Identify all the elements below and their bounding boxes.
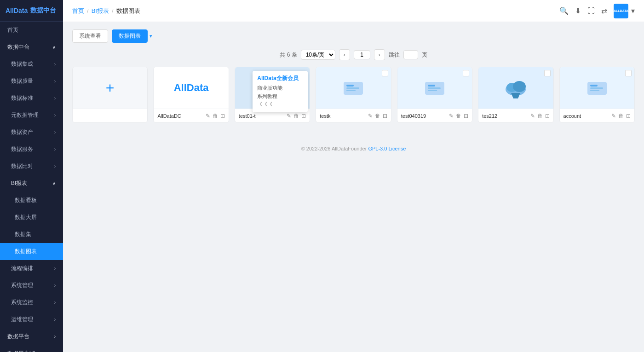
sidebar-item-ops-manage[interactable]: 运维管理 › [0, 311, 63, 328]
account-shape-icon [586, 78, 609, 98]
card-test01-thumb: AllData全新会员 商业版功能 系列教程 《《《 ↗ [235, 67, 310, 109]
filter-dropdown-icon[interactable]: ▾ [150, 33, 152, 39]
svg-rect-10 [428, 90, 437, 91]
logo-text: AllData [6, 7, 28, 14]
popup-line2: 系列教程 [257, 92, 303, 101]
sidebar-item-metadata[interactable]: 元数据管理 › [0, 107, 63, 124]
card-checkbox[interactable] [382, 70, 388, 76]
sidebar-item-sys-monitor[interactable]: 系统监控 › [0, 294, 63, 311]
alldata-logo-text: AllData [174, 82, 209, 94]
share-icon[interactable]: ⊡ [626, 113, 631, 119]
edit-icon[interactable]: ✎ [206, 113, 210, 119]
edit-icon[interactable]: ✎ [368, 113, 373, 119]
chevron-icon: › [54, 62, 56, 67]
chevron-icon: ∧ [52, 45, 56, 50]
sidebar: AllData数据中台 首页 数据中台 ∧ 数据集成 › 数据质量 › 数据标准… [0, 0, 63, 352]
sidebar-item-data-integration[interactable]: 数据集成 › [0, 56, 63, 73]
filter-active-wrap[interactable]: 数据图表 ▾ [112, 29, 152, 43]
share-icon[interactable]: ⊡ [383, 113, 387, 119]
card-alldata-dc[interactable]: AllData AllDataDC ✎ 🗑 ⊡ [153, 67, 229, 123]
sidebar-item-home[interactable]: 首页 [0, 22, 63, 39]
next-page-btn[interactable]: › [374, 49, 385, 60]
chevron-icon: › [54, 317, 56, 322]
sidebar-item-data-compare[interactable]: 数据比对 › [0, 158, 63, 175]
card-checkbox[interactable] [625, 70, 632, 76]
card-checkbox[interactable] [463, 70, 469, 76]
edit-icon[interactable]: ✎ [287, 113, 291, 119]
svg-rect-9 [428, 87, 441, 89]
copyright-text: © 2022-2026 AllDataFounder [301, 146, 367, 151]
card-add[interactable]: + [72, 67, 148, 123]
sidebar-item-data-platform-k8s[interactable]: 数据平台k8s › [0, 345, 63, 352]
card-tes212[interactable]: tes212 ✎ 🗑 ⊡ [478, 67, 553, 123]
card-alldata-footer: AllDataDC ✎ 🗑 ⊡ [154, 109, 228, 122]
card-test01-name: test01-t [239, 113, 287, 119]
delete-icon[interactable]: 🗑 [456, 113, 461, 119]
card-account-actions: ✎ 🗑 ⊡ [611, 113, 631, 119]
delete-icon[interactable]: 🗑 [213, 113, 218, 119]
sidebar-item-data-center[interactable]: 数据中台 ∧ [0, 39, 63, 56]
sidebar-item-data-platform[interactable]: 数据平台 › [0, 328, 63, 345]
breadcrumb-sep1: / [87, 7, 89, 14]
share-icon[interactable]: ⊡ [464, 113, 468, 119]
delete-icon[interactable]: 🗑 [537, 113, 543, 119]
edit-icon[interactable]: ✎ [449, 113, 454, 119]
edit-icon[interactable]: ✎ [611, 113, 616, 119]
chevron-icon: › [54, 130, 56, 135]
chevron-icon: › [54, 300, 56, 305]
sidebar-item-data-chart[interactable]: 数据图表 [0, 243, 63, 260]
goto-page-input[interactable] [403, 50, 418, 59]
sidebar-item-workflow[interactable]: 流程编排 › [0, 260, 63, 277]
license-link[interactable]: GPL-3.0 License [368, 146, 406, 151]
share-icon[interactable]: ⊡ [545, 113, 550, 119]
download-icon[interactable]: ⬇ [575, 6, 581, 15]
add-icon: + [106, 81, 115, 95]
sidebar-item-bi-report[interactable]: BI报表 ∧ [0, 175, 63, 192]
breadcrumb-bi[interactable]: BI报表 [92, 7, 109, 15]
card-account[interactable]: account ✎ 🗑 ⊡ [559, 67, 635, 123]
sidebar-item-data-standard[interactable]: 数据标准 › [0, 90, 63, 107]
content-area: 系统查看 数据图表 ▾ 共 6 条 10条/页 20条/页 50条/页 ‹ › … [63, 22, 644, 352]
sidebar-item-sys-manage[interactable]: 系统管理 › [0, 277, 63, 294]
delete-icon[interactable]: 🗑 [618, 113, 624, 119]
card-test040319[interactable]: test040319 ✎ 🗑 ⊡ [397, 67, 472, 123]
share-icon[interactable]: ⊡ [301, 113, 306, 119]
search-icon[interactable]: 🔍 [559, 6, 569, 15]
edit-icon[interactable]: ✎ [530, 113, 535, 119]
sidebar-item-data-asset[interactable]: 数据资产 › [0, 124, 63, 141]
goto-label: 跳往 [389, 51, 400, 59]
sidebar-item-data-service[interactable]: 数据服务 › [0, 141, 63, 158]
sidebar-item-data-quality1[interactable]: 数据质量 › [0, 73, 63, 90]
filter-all-btn[interactable]: 系统查看 [72, 29, 108, 43]
sidebar-item-data-set[interactable]: 数据集 [0, 226, 63, 243]
card-account-footer: account ✎ 🗑 ⊡ [560, 109, 634, 122]
card-test040319-footer: test040319 ✎ 🗑 ⊡ [397, 109, 472, 122]
blue-shape2-icon [423, 78, 446, 98]
alldata-logo-wrap: AllData [174, 82, 209, 94]
card-account-thumb [560, 67, 634, 109]
prev-page-btn[interactable]: ‹ [339, 49, 350, 60]
card-checkbox[interactable] [544, 70, 551, 76]
svg-rect-6 [346, 90, 356, 91]
card-tes212-actions: ✎ 🗑 ⊡ [530, 113, 550, 119]
delete-icon[interactable]: 🗑 [293, 113, 299, 119]
filter-active-btn[interactable]: 数据图表 [112, 29, 148, 43]
popup-line1: 商业版功能 [257, 84, 303, 92]
avatar-wrap[interactable]: ALLDATA ▾ [614, 4, 635, 18]
svg-rect-8 [428, 85, 435, 87]
breadcrumb-current: 数据图表 [116, 7, 140, 15]
card-test01[interactable]: AllData全新会员 商业版功能 系列教程 《《《 ↗ test01-t ✎ … [235, 67, 310, 123]
card-testk[interactable]: testk ✎ 🗑 ⊡ [316, 67, 391, 123]
breadcrumb-home[interactable]: 首页 [72, 7, 84, 15]
sidebar-item-data-kanban[interactable]: 数据看板 [0, 192, 63, 209]
page-suffix: 页 [422, 51, 427, 59]
fullscreen-icon[interactable]: ⛶ [587, 7, 595, 15]
share-icon[interactable]: ⊡ [220, 113, 225, 119]
sidebar-item-data-bigscreen[interactable]: 数据大屏 [0, 209, 63, 226]
delete-icon[interactable]: 🗑 [375, 113, 380, 119]
page-number-input[interactable] [354, 50, 370, 59]
per-page-select[interactable]: 10条/页 20条/页 50条/页 [301, 50, 335, 60]
total-count: 共 6 条 [280, 51, 297, 59]
settings-icon[interactable]: ⇄ [601, 6, 607, 15]
chevron-icon: › [54, 96, 56, 101]
